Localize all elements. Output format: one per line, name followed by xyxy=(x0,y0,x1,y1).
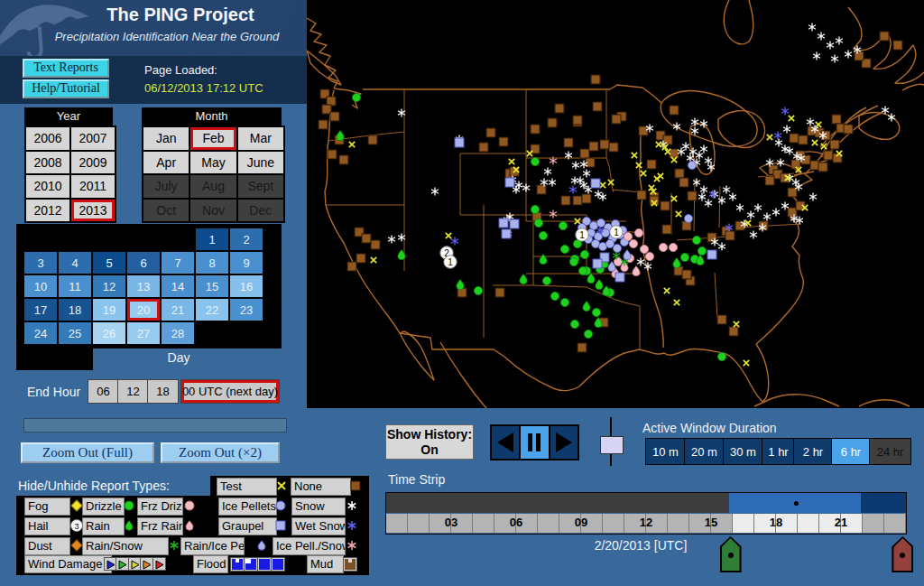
step-back-button[interactable] xyxy=(492,426,519,459)
year-cell-2007[interactable]: 2007 xyxy=(71,127,115,150)
year-cell-2009[interactable]: 2009 xyxy=(71,152,115,174)
end-hour-button-00-utc-next-day-[interactable]: 00 UTC (next day) xyxy=(180,379,280,404)
ice-pell-snow-toggle-button[interactable]: Ice Pell./Snow xyxy=(273,537,346,555)
day-cell-10[interactable]: 10 xyxy=(24,275,57,297)
rain-ice-pell--toggle-button[interactable]: Rain/Ice Pell. xyxy=(180,537,245,555)
month-cell-jan[interactable]: Jan xyxy=(143,127,189,150)
day-cell-3[interactable]: 3 xyxy=(24,252,57,274)
flood-toggle-button[interactable]: Flood xyxy=(193,555,228,573)
awd-button-2-hr[interactable]: 2 hr xyxy=(793,438,833,465)
day-cell-6[interactable]: 6 xyxy=(127,252,160,274)
hour-cell-23[interactable] xyxy=(884,514,906,533)
day-cell-11[interactable]: 11 xyxy=(59,275,91,297)
drizzle-report xyxy=(717,352,725,360)
day-cell-18[interactable]: 18 xyxy=(59,299,91,321)
year-cell-2012[interactable]: 2012 xyxy=(26,200,69,222)
day-cell-21[interactable]: 21 xyxy=(162,299,194,321)
hour-cell-1[interactable] xyxy=(408,514,430,533)
year-cell-2008[interactable]: 2008 xyxy=(26,152,69,174)
year-cell-2006[interactable]: 2006 xyxy=(26,127,69,150)
future-segment[interactable] xyxy=(861,493,907,513)
hour-cell-19[interactable] xyxy=(798,514,819,533)
day-cell-28[interactable]: 28 xyxy=(162,322,194,344)
snow-toggle-button[interactable]: Snow xyxy=(291,498,346,516)
test-toggle-button[interactable]: Test xyxy=(217,478,277,496)
day-cell-12[interactable]: 12 xyxy=(93,275,125,297)
month-grid: JanFebMarAprMayJuneJulyAugSeptOctNovDec xyxy=(142,126,285,223)
graupel-toggle-button[interactable]: Graupel xyxy=(218,517,277,535)
none-toggle-button[interactable]: None xyxy=(291,478,351,496)
day-cell-1[interactable]: 1 xyxy=(196,228,228,250)
end-hour-button-18[interactable]: 18 xyxy=(147,379,179,404)
day-cell-24[interactable]: 24 xyxy=(24,322,57,344)
hail-toggle-button[interactable]: Hail xyxy=(24,517,70,535)
day-cell-19[interactable]: 19 xyxy=(93,299,125,321)
day-cell-27[interactable]: 27 xyxy=(127,322,160,344)
frz-driz-toggle-button[interactable]: Frz Driz xyxy=(137,498,183,516)
none-report xyxy=(561,196,570,205)
hour-cell-16[interactable] xyxy=(733,514,754,533)
end-hour-button-06[interactable]: 06 xyxy=(88,379,119,404)
day-cell-20[interactable]: 20 xyxy=(127,299,160,321)
time-strip[interactable]: 03060912151821 xyxy=(385,492,907,535)
day-cell-16[interactable]: 16 xyxy=(230,275,263,297)
day-cell-15[interactable]: 15 xyxy=(196,275,228,297)
day-cell-9[interactable]: 9 xyxy=(230,252,263,274)
mud-toggle-button[interactable]: Mud xyxy=(307,555,344,573)
day-cell-8[interactable]: 8 xyxy=(196,252,228,274)
us-map[interactable]: 2111 xyxy=(307,0,924,408)
awd-button-30-m[interactable]: 30 m xyxy=(723,438,763,465)
history-segment[interactable] xyxy=(386,493,730,513)
fog-toggle-button[interactable]: Fog xyxy=(24,498,70,516)
day-cell-25[interactable]: 25 xyxy=(59,322,91,344)
day-cell-23[interactable]: 23 xyxy=(230,299,263,321)
year-cell-2011[interactable]: 2011 xyxy=(71,175,115,198)
rain-snow-toggle-button[interactable]: Rain/Snow xyxy=(82,537,169,555)
hour-cell-13[interactable] xyxy=(668,514,689,533)
day-cell-13[interactable]: 13 xyxy=(127,275,160,297)
month-cell-apr[interactable]: Apr xyxy=(143,152,189,174)
snow-report xyxy=(807,117,814,126)
wind-damage-toggle-button[interactable]: Wind Damage xyxy=(24,555,112,573)
month-cell-june[interactable]: June xyxy=(238,152,283,174)
month-cell-may[interactable]: May xyxy=(190,152,236,174)
drizzle-toggle-button[interactable]: Drizzle xyxy=(82,498,125,516)
speed-slider-handle[interactable] xyxy=(600,436,624,454)
frz-rain-toggle-button[interactable]: Frz Rain xyxy=(137,517,183,535)
awd-button-10-m[interactable]: 10 m xyxy=(645,438,686,465)
step-forward-button[interactable] xyxy=(550,426,578,459)
ice-pellets-report xyxy=(601,228,609,237)
end-hour-button-12[interactable]: 12 xyxy=(117,379,149,404)
hour-cell-7[interactable] xyxy=(538,514,559,533)
awd-button-6-hr[interactable]: 6 hr xyxy=(831,438,871,465)
help-tutorial-button[interactable]: Help/Tutorial xyxy=(23,79,109,98)
day-cell-5[interactable]: 5 xyxy=(93,252,125,274)
day-cell-14[interactable]: 14 xyxy=(162,275,194,297)
zoom-out-x2-button[interactable]: Zoom Out (×2) xyxy=(161,442,280,463)
day-cell-26[interactable]: 26 xyxy=(93,322,125,344)
month-cell-feb[interactable]: Feb xyxy=(190,127,236,150)
hour-cell-10[interactable] xyxy=(603,514,624,533)
wet-snow-toggle-button[interactable]: Wet Snow xyxy=(291,517,346,535)
year-cell-2010[interactable]: 2010 xyxy=(26,175,69,198)
awd-button-1-hr[interactable]: 1 hr xyxy=(762,438,795,465)
show-history-button[interactable]: Show History: On xyxy=(385,424,474,460)
awd-button-20-m[interactable]: 20 m xyxy=(684,438,725,465)
day-cell-7[interactable]: 7 xyxy=(162,252,194,274)
text-reports-button[interactable]: Text Reports xyxy=(23,59,109,78)
month-cell-mar[interactable]: Mar xyxy=(238,127,283,150)
map-panel[interactable]: 2111 xyxy=(307,0,924,408)
day-cell-2[interactable]: 2 xyxy=(230,228,263,250)
hour-cell-0[interactable] xyxy=(386,514,408,533)
hour-cell-4[interactable] xyxy=(473,514,494,533)
day-cell-22[interactable]: 22 xyxy=(196,299,228,321)
pause-button[interactable] xyxy=(519,426,550,459)
zoom-out-full-button[interactable]: Zoom Out (Full) xyxy=(21,442,154,463)
hour-cell-22[interactable] xyxy=(863,514,884,533)
year-cell-2013[interactable]: 2013 xyxy=(71,200,115,222)
rain-toggle-button[interactable]: Rain xyxy=(82,517,125,535)
day-cell-4[interactable]: 4 xyxy=(59,252,91,274)
day-cell-17[interactable]: 17 xyxy=(24,299,57,321)
dust-toggle-button[interactable]: Dust xyxy=(24,537,70,555)
ice-pellets-toggle-button[interactable]: Ice Pellets xyxy=(218,498,277,516)
